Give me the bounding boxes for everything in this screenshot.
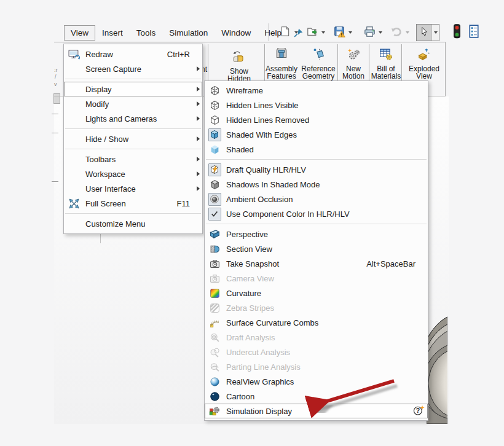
submenu-arrow-icon	[197, 116, 200, 121]
menu-item-draft-quality-hlr-hlv[interactable]: Draft Quality HLR/HLV	[205, 162, 428, 177]
new-document-dropdown[interactable]	[293, 25, 299, 41]
assembly-features-icon	[275, 48, 288, 61]
chevron-down-icon	[379, 31, 382, 34]
menu-item-undercut-analysis: Undercut Analysis	[205, 345, 428, 359]
submenu-arrow-icon	[197, 87, 200, 92]
3d-model-part[interactable]	[427, 315, 447, 426]
select-tool-button[interactable]	[417, 25, 431, 41]
undercut-analysis-icon	[208, 347, 221, 358]
print-button[interactable]	[362, 25, 377, 41]
submenu-arrow-icon	[197, 171, 200, 176]
menu-separator	[65, 128, 201, 129]
menu-item-surface-curvature-combs[interactable]: Surface Curvature Combs	[205, 315, 428, 330]
menu-item-curvature[interactable]: Curvature	[205, 286, 428, 300]
save-dropdown[interactable]	[347, 25, 353, 41]
shadows-shaded-mode-icon	[208, 179, 221, 190]
menu-item-screen-capture[interactable]: Screen Capture	[64, 61, 202, 76]
menu-item-shaded[interactable]: Shaded	[205, 142, 428, 157]
toolbar-button-label: Materials	[371, 72, 401, 80]
menu-item-simulation-display[interactable]: Simulation Display ?	[205, 404, 428, 418]
print-icon	[364, 26, 376, 40]
menu-item-perspective[interactable]: Perspective	[205, 227, 428, 241]
menu-item-full-screen[interactable]: Full Screen F11	[64, 196, 202, 211]
menu-item-modify[interactable]: Modify	[64, 96, 202, 111]
wireframe-icon	[208, 85, 221, 96]
open-dropdown[interactable]	[320, 25, 326, 41]
undo-button[interactable]	[389, 25, 404, 41]
new-motion-icon	[347, 48, 360, 61]
menu-item-display[interactable]: Display	[64, 82, 202, 96]
full-screen-icon	[67, 198, 81, 209]
menu-separator	[206, 159, 427, 160]
menu-item-lights-and-cameras[interactable]: Lights and Cameras	[64, 111, 202, 126]
new-document-icon	[280, 26, 291, 39]
camera-view-icon	[208, 273, 221, 284]
menu-separator	[206, 224, 427, 224]
menu-view[interactable]: View	[64, 25, 95, 41]
save-button[interactable]	[332, 25, 347, 41]
help-new-feature-icon[interactable]: ?	[412, 405, 425, 418]
menu-item-user-interface[interactable]: User Interface	[64, 181, 202, 196]
clipped-line-fragment	[100, 234, 101, 243]
menu-item-cartoon[interactable]: Cartoon	[205, 389, 428, 404]
new-document-button[interactable]	[278, 25, 293, 41]
print-dropdown[interactable]	[377, 25, 384, 41]
menu-item-wireframe[interactable]: Wireframe	[205, 83, 428, 98]
draft-analysis-icon	[208, 332, 221, 343]
submenu-arrow-icon	[197, 101, 200, 106]
surface-curvature-combs-icon	[208, 318, 221, 328]
toolbar-divider	[54, 42, 445, 42]
menu-item-use-component-color[interactable]: Use Component Color In HLR/HLV	[205, 206, 428, 221]
menu-item-realview-graphics[interactable]: RealView Graphics	[205, 374, 428, 389]
menu-item-hidden-lines-visible[interactable]: Hidden Lines Visible	[205, 98, 428, 112]
menu-item-zebra-stripes: Zebra Stripes	[205, 300, 428, 315]
open-button[interactable]	[305, 25, 320, 41]
menu-separator	[65, 213, 201, 214]
menu-tools[interactable]: Tools	[130, 25, 163, 41]
display-submenu-panel: Wireframe Hidden Lines Visible Hidden Li…	[204, 80, 428, 421]
submenu-arrow-icon	[197, 136, 200, 141]
view-menu-panel: Redraw Ctrl+R Screen Capture Display Mod…	[63, 44, 203, 234]
chevron-down-icon	[348, 31, 352, 34]
menu-item-hidden-lines-removed[interactable]: Hidden Lines Removed	[205, 112, 428, 127]
menu-item-customize-menu[interactable]: Customize Menu	[64, 216, 202, 231]
undo-dropdown[interactable]	[404, 25, 411, 41]
menu-item-take-snapshot[interactable]: Take Snapshot Alt+SpaceBar	[205, 256, 428, 271]
menu-item-shadows-in-shaded-mode[interactable]: Shadows In Shaded Mode	[205, 177, 428, 192]
exploded-view-button[interactable]: Exploded View	[402, 48, 446, 80]
menu-item-section-view[interactable]: Section View	[205, 241, 428, 256]
chevron-down-icon	[294, 31, 298, 34]
shaded-icon	[208, 144, 221, 155]
menu-item-ambient-occlusion[interactable]: Ambient Occlusion	[205, 192, 428, 206]
exploded-view-icon	[417, 48, 431, 61]
menu-bar: View Insert Tools Simulation Window Help	[64, 25, 304, 41]
select-tool-dropdown[interactable]	[431, 25, 439, 41]
menu-item-toolbars[interactable]: Toolbars	[64, 152, 202, 166]
perspective-icon	[208, 229, 221, 240]
menu-separator	[65, 79, 201, 79]
toolbar-button-label: Geometry	[302, 72, 335, 80]
hidden-lines-removed-icon	[208, 115, 221, 125]
menu-item-hide-show[interactable]: Hide / Show	[64, 131, 202, 146]
undo-icon	[390, 25, 403, 40]
options-list-button[interactable]	[467, 25, 481, 41]
toolbar-button-label: Motion	[342, 72, 364, 80]
show-hidden-button[interactable]: Show Hidden	[217, 50, 261, 82]
shaded-with-edges-icon	[208, 128, 221, 141]
menu-item-shaded-with-edges[interactable]: Shaded With Edges	[205, 127, 428, 142]
submenu-arrow-icon	[197, 157, 200, 162]
redraw-icon	[67, 49, 81, 60]
select-cursor-icon	[419, 26, 430, 39]
clipped-ui-fragment: /	[55, 74, 57, 80]
view-safety-button[interactable]	[449, 25, 464, 41]
zebra-stripes-icon	[208, 303, 221, 313]
menu-simulation[interactable]: Simulation	[162, 25, 215, 41]
menu-item-workspace[interactable]: Workspace	[64, 166, 202, 181]
menu-item-redraw[interactable]: Redraw Ctrl+R	[64, 47, 202, 61]
chevron-down-icon	[321, 31, 325, 34]
save-icon	[334, 26, 345, 40]
menu-window[interactable]: Window	[215, 25, 258, 41]
quick-access-toolbar	[278, 23, 481, 42]
bill-of-materials-icon	[379, 48, 393, 61]
menu-insert[interactable]: Insert	[95, 25, 130, 41]
